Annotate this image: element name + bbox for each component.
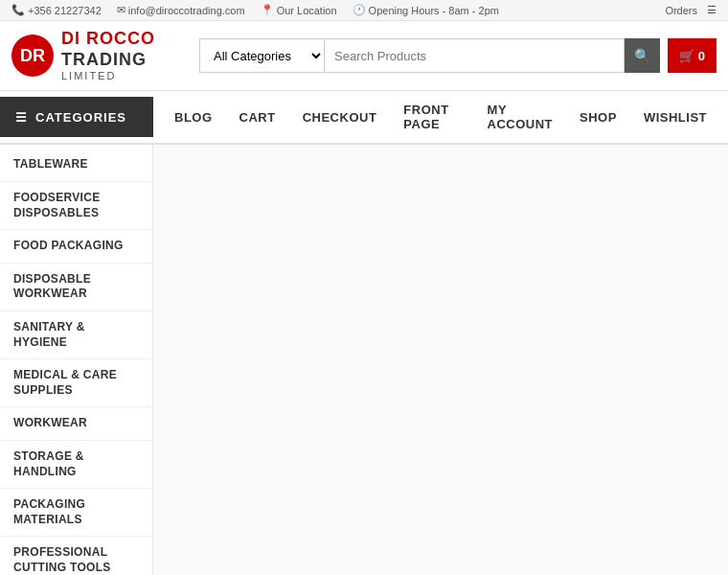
header: DR DI ROCCO TRADING LIMITED All Categori…	[0, 21, 728, 91]
email-icon: ✉	[117, 4, 125, 16]
orders-link[interactable]: Orders	[665, 5, 697, 16]
categories-button[interactable]: ☰ CATEGORIES	[0, 97, 153, 137]
nav-cart[interactable]: CART	[226, 99, 289, 136]
nav-checkout[interactable]: CHECKOUT	[289, 99, 391, 136]
sidebar-item-disposable-workwear[interactable]: DISPOSABLE WORKWEAR	[0, 264, 152, 311]
phone-item: 📞 +356 21227342	[11, 4, 102, 16]
orders-icon: ☰	[707, 4, 717, 16]
nav-wishlist[interactable]: WISHLIST	[630, 99, 720, 136]
email-address[interactable]: info@diroccotrading.com	[128, 5, 245, 16]
search-area: All Categories 🔍 🛒 0	[199, 38, 717, 73]
cart-button[interactable]: 🛒 0	[668, 38, 717, 73]
categories-label: CATEGORIES	[35, 110, 126, 125]
logo-line1: DI ROCCO	[61, 29, 155, 50]
main-content	[153, 145, 728, 575]
logo-line3: LIMITED	[61, 70, 155, 82]
nav-my-account[interactable]: MY ACCOUNT	[474, 91, 567, 143]
logo-line2: TRADING	[61, 50, 155, 71]
sidebar-item-storage[interactable]: STORAGE & HANDLING	[0, 441, 152, 489]
nav-front-page[interactable]: FRONT PAGE	[390, 91, 473, 143]
sidebar-item-food-packaging[interactable]: FOOD PACKAGING	[0, 230, 152, 264]
sidebar-item-tableware[interactable]: TABLEWARE	[0, 149, 152, 182]
search-input[interactable]	[324, 38, 625, 73]
sidebar-item-sanitary[interactable]: SANITARY & HYGIENE	[0, 311, 152, 359]
cart-count: 0	[698, 49, 705, 63]
content-area: TABLEWARE FOODSERVICE DISPOSABLES FOOD P…	[0, 145, 728, 575]
location-icon: 📍	[261, 4, 274, 16]
nav-shop[interactable]: SHOP	[566, 99, 630, 136]
top-bar: 📞 +356 21227342 ✉ info@diroccotrading.co…	[0, 0, 728, 21]
email-item: ✉ info@diroccotrading.com	[117, 4, 245, 16]
nav-blog[interactable]: BLOG	[161, 99, 226, 136]
sidebar: TABLEWARE FOODSERVICE DISPOSABLES FOOD P…	[0, 145, 153, 575]
logo-area[interactable]: DR DI ROCCO TRADING LIMITED	[11, 29, 165, 82]
menu-icon: ☰	[15, 110, 28, 125]
nav-bar: ☰ CATEGORIES BLOG CART CHECKOUT FRONT PA…	[0, 91, 728, 145]
location-text[interactable]: Our Location	[277, 5, 337, 16]
sidebar-item-workwear[interactable]: WORKWEAR	[0, 407, 152, 441]
logo-text: DI ROCCO TRADING LIMITED	[61, 29, 155, 82]
nav-links: BLOG CART CHECKOUT FRONT PAGE MY ACCOUNT…	[153, 91, 728, 143]
phone-icon: 📞	[11, 4, 25, 16]
logo-icon: DR	[11, 34, 54, 77]
sidebar-item-cutting-tools[interactable]: PROFESSIONAL CUTTING TOOLS	[0, 537, 152, 575]
phone-number[interactable]: +356 21227342	[28, 5, 102, 16]
hours-text: Opening Hours - 8am - 2pm	[369, 5, 499, 16]
sidebar-item-packaging[interactable]: PACKAGING MATERIALS	[0, 489, 152, 537]
sidebar-item-foodservice[interactable]: FOODSERVICE DISPOSABLES	[0, 182, 152, 230]
clock-icon: 🕐	[353, 4, 366, 16]
search-button[interactable]: 🔍	[625, 38, 660, 73]
sidebar-item-medical[interactable]: MEDICAL & CARE SUPPLIES	[0, 359, 152, 407]
category-select[interactable]: All Categories	[199, 38, 324, 73]
hours-item: 🕐 Opening Hours - 8am - 2pm	[353, 4, 499, 16]
location-item: 📍 Our Location	[261, 4, 337, 16]
